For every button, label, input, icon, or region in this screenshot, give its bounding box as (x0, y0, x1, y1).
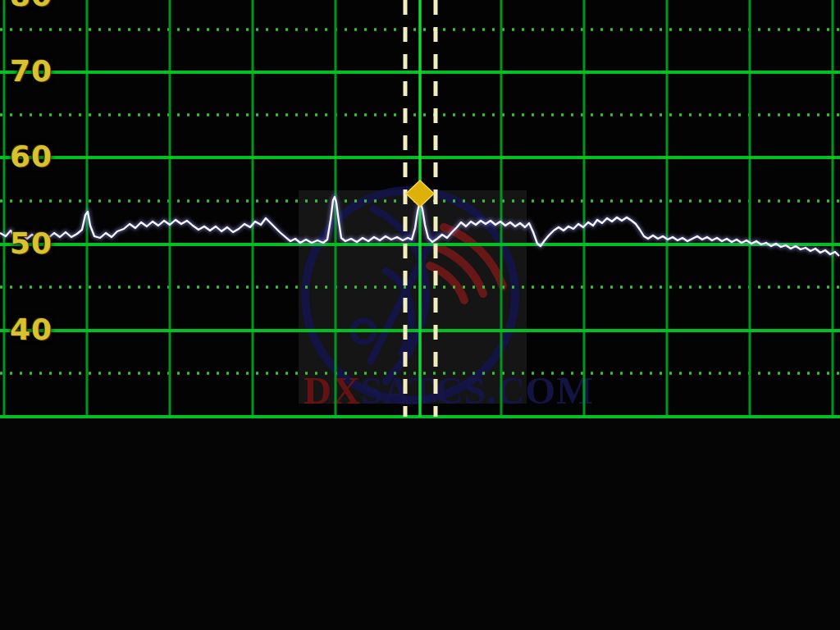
spectrum-plot: DXSATCS.COM (0, 0, 840, 420)
dxsatcs-watermark: DXSATCS.COM (299, 190, 594, 412)
y-axis-label-70: 70 (10, 54, 52, 88)
y-axis-label-40: 40 (10, 313, 52, 346)
y-axis-label-80: 80 (10, 0, 52, 12)
y-axis-label-50: 50 (10, 226, 52, 260)
readout-panel: Pwr 63.0 dBµV 1681.30 MHz. C/N 2.8 dB Pw… (0, 420, 840, 630)
spectrum-canvas: DXSATCS.COM (0, 0, 840, 420)
watermark-text: DXSATCS.COM (304, 369, 594, 412)
y-axis-label-60: 60 (10, 139, 52, 173)
spectrum-analyzer-screen: DXSATCS.COM (0, 0, 840, 630)
